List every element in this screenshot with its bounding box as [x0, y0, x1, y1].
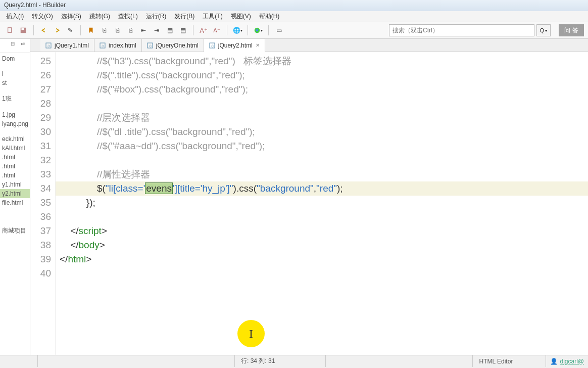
- file-tree-item[interactable]: iyang.png: [0, 119, 30, 128]
- svg-point-4: [256, 29, 258, 31]
- line-gutter: 25262728293031323334353637383940: [30, 52, 56, 355]
- window-title: Query2.html - HBuilder: [4, 2, 66, 9]
- separator: [33, 25, 34, 35]
- svg-rect-2: [22, 28, 24, 30]
- tool-icon[interactable]: ▤: [177, 24, 189, 36]
- file-tree-item[interactable]: 1班: [0, 94, 30, 104]
- menu-item[interactable]: 帮助(H): [255, 11, 284, 22]
- font-inc-icon[interactable]: A⁺: [198, 24, 210, 36]
- menu-item[interactable]: 选择(S): [57, 11, 85, 22]
- file-tree-item[interactable]: 商城项目: [0, 225, 30, 236]
- file-icon: ◇: [147, 42, 153, 49]
- status-bar: 行: 34 列: 31 HTML Editor 👤 djgcarl@: [0, 355, 588, 367]
- new-icon[interactable]: [4, 24, 16, 36]
- file-tree-item[interactable]: eck.html: [0, 134, 30, 144]
- code-editor[interactable]: //$("h3").css("background","red") 标签选择器 …: [56, 52, 588, 355]
- user-icon: 👤: [550, 358, 558, 365]
- chrome-icon[interactable]: ▾: [252, 24, 264, 36]
- tab-label: jQuery2.html: [218, 42, 253, 49]
- undo-icon[interactable]: [38, 24, 50, 36]
- search-input[interactable]: [389, 24, 534, 36]
- menu-bar: 插入(I)转义(O)选择(S)跳转(G)查找(L)运行(R)发行(B)工具(T)…: [0, 11, 588, 22]
- browser-icon[interactable]: 🌐▾: [231, 24, 243, 36]
- tool-icon[interactable]: ⎘: [98, 24, 110, 36]
- editor-mode: HTML Editor: [473, 355, 546, 367]
- file-tree-item[interactable]: Dom: [0, 54, 30, 63]
- svg-text:◇: ◇: [149, 44, 152, 48]
- tool-icon[interactable]: ⎘: [124, 24, 136, 36]
- file-icon: ◇: [209, 42, 215, 49]
- search-button[interactable]: Q ▾: [536, 24, 551, 36]
- file-tree-item[interactable]: .html: [0, 162, 30, 171]
- editor-area: ◇jQuery1.html◇index.html◇jQueryOne.html◇…: [30, 39, 588, 355]
- tool-icon[interactable]: ▤: [164, 24, 176, 36]
- file-tree-item[interactable]: kAll.html: [0, 144, 30, 153]
- tab-label: jQuery1.html: [55, 42, 89, 49]
- indent-left-icon[interactable]: ⇤: [137, 24, 150, 36]
- svg-text:◇: ◇: [102, 44, 105, 48]
- file-tree-item[interactable]: st: [0, 78, 30, 87]
- separator: [193, 25, 193, 35]
- separator: [268, 25, 269, 35]
- title-bar: Query2.html - HBuilder: [0, 0, 588, 11]
- redo-icon[interactable]: [51, 24, 63, 36]
- link-icon[interactable]: ⇄: [18, 41, 28, 51]
- menu-item[interactable]: 发行(B): [170, 11, 199, 22]
- tab-label: jQueryOne.html: [156, 42, 199, 49]
- svg-text:◇: ◇: [211, 44, 214, 48]
- indent-right-icon[interactable]: ⇥: [151, 24, 163, 36]
- menu-item[interactable]: 查找(L): [114, 11, 142, 22]
- editor-tab[interactable]: ◇index.html: [94, 39, 142, 52]
- editor-tab[interactable]: ◇jQuery1.html: [40, 39, 94, 52]
- file-icon: ◇: [45, 42, 52, 49]
- svg-text:◇: ◇: [47, 44, 51, 48]
- cursor-position: 行: 34 列: 31: [235, 355, 326, 367]
- sidebar: ⊟ ⇄ Domlst1班1.jpgiyang.pngeck.htmlkAll.h…: [0, 39, 30, 355]
- tool-icon[interactable]: ⎘: [111, 24, 123, 36]
- collapse-icon[interactable]: ⊟: [8, 41, 18, 51]
- file-tree-item[interactable]: y2.html: [0, 189, 30, 198]
- editor-tab[interactable]: ◇jQuery2.html✕: [204, 39, 265, 52]
- menu-item[interactable]: 跳转(G): [85, 11, 114, 22]
- menu-item[interactable]: 视图(V): [227, 11, 255, 22]
- menu-item[interactable]: 运行(R): [142, 11, 171, 22]
- tab-label: index.html: [109, 42, 136, 49]
- separator: [80, 25, 81, 35]
- menu-item[interactable]: 工具(T): [199, 11, 226, 22]
- qa-button[interactable]: 问答: [559, 24, 584, 36]
- menu-item[interactable]: 插入(I): [2, 11, 28, 22]
- tab-bar: ◇jQuery1.html◇index.html◇jQueryOne.html◇…: [30, 39, 588, 52]
- file-tree-item[interactable]: file.html: [0, 198, 30, 207]
- file-tree-item[interactable]: 1.jpg: [0, 110, 30, 119]
- toolbar: ✎ ⎘ ⎘ ⎘ ⇤ ⇥ ▤ ▤ A⁺ A⁻ 🌐▾ ▾ ▭ Q ▾ 问答: [0, 22, 588, 39]
- editor-tab[interactable]: ◇jQueryOne.html: [142, 39, 204, 52]
- menu-item[interactable]: 转义(O): [28, 11, 57, 22]
- close-icon[interactable]: ✕: [256, 42, 260, 48]
- separator: [248, 25, 248, 35]
- bookmark-icon[interactable]: [85, 24, 97, 36]
- svg-rect-0: [8, 28, 12, 33]
- format-icon[interactable]: ✎: [64, 24, 76, 36]
- font-dec-icon[interactable]: A⁻: [211, 24, 223, 36]
- user-link[interactable]: djgcarl@: [560, 358, 584, 365]
- file-tree-item[interactable]: .html: [0, 171, 30, 180]
- file-tree: Domlst1班1.jpgiyang.pngeck.htmlkAll.html.…: [0, 53, 30, 237]
- file-tree-item[interactable]: l: [0, 69, 30, 78]
- preview-icon[interactable]: ▭: [273, 24, 285, 36]
- file-tree-item[interactable]: y1.html: [0, 180, 30, 189]
- separator: [227, 25, 227, 35]
- file-tree-item[interactable]: .html: [0, 153, 30, 162]
- file-icon: ◇: [100, 42, 106, 49]
- save-icon[interactable]: [17, 24, 29, 36]
